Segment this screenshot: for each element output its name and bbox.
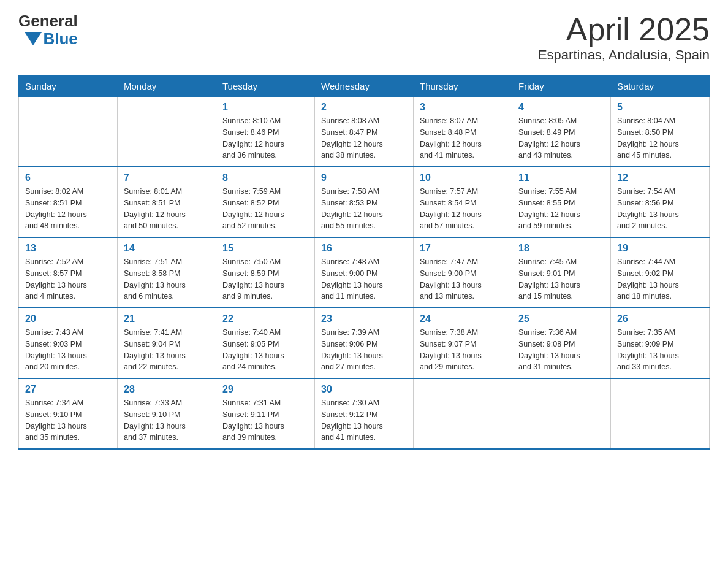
day-info: Sunrise: 7:30 AM Sunset: 9:12 PM Dayligh… — [321, 397, 407, 443]
calendar-cell: 20Sunrise: 7:43 AM Sunset: 9:03 PM Dayli… — [19, 308, 118, 378]
calendar-cell: 27Sunrise: 7:34 AM Sunset: 9:10 PM Dayli… — [19, 378, 118, 449]
calendar-cell: 30Sunrise: 7:30 AM Sunset: 9:12 PM Dayli… — [315, 378, 414, 449]
day-number: 16 — [321, 243, 407, 254]
header-thursday: Thursday — [414, 76, 512, 97]
day-info: Sunrise: 7:51 AM Sunset: 8:58 PM Dayligh… — [124, 256, 210, 302]
day-info: Sunrise: 8:04 AM Sunset: 8:50 PM Dayligh… — [617, 115, 703, 161]
day-info: Sunrise: 7:39 AM Sunset: 9:06 PM Dayligh… — [321, 327, 407, 373]
header-tuesday: Tuesday — [216, 76, 315, 97]
day-info: Sunrise: 8:01 AM Sunset: 8:51 PM Dayligh… — [124, 186, 210, 232]
day-number: 28 — [124, 384, 210, 395]
day-info: Sunrise: 7:45 AM Sunset: 9:01 PM Dayligh… — [518, 256, 604, 302]
page-title: April 2025 — [538, 12, 710, 47]
day-info: Sunrise: 7:36 AM Sunset: 9:08 PM Dayligh… — [518, 327, 604, 373]
day-number: 7 — [124, 172, 210, 183]
header-saturday: Saturday — [611, 76, 710, 97]
day-number: 21 — [124, 313, 210, 324]
calendar-week-row: 13Sunrise: 7:52 AM Sunset: 8:57 PM Dayli… — [19, 237, 710, 308]
header-monday: Monday — [118, 76, 216, 97]
calendar-cell: 17Sunrise: 7:47 AM Sunset: 9:00 PM Dayli… — [414, 237, 512, 308]
calendar-cell: 12Sunrise: 7:54 AM Sunset: 8:56 PM Dayli… — [611, 167, 710, 237]
calendar-cell: 1Sunrise: 8:10 AM Sunset: 8:46 PM Daylig… — [216, 97, 315, 167]
day-number: 20 — [25, 313, 111, 324]
day-number: 12 — [617, 172, 703, 183]
svg-marker-0 — [25, 32, 42, 45]
calendar-cell: 8Sunrise: 7:59 AM Sunset: 8:52 PM Daylig… — [216, 167, 315, 237]
calendar-cell: 2Sunrise: 8:08 AM Sunset: 8:47 PM Daylig… — [315, 97, 414, 167]
day-number: 30 — [321, 384, 407, 395]
day-info: Sunrise: 7:58 AM Sunset: 8:53 PM Dayligh… — [321, 186, 407, 232]
calendar-week-row: 27Sunrise: 7:34 AM Sunset: 9:10 PM Dayli… — [19, 378, 710, 449]
calendar-cell: 15Sunrise: 7:50 AM Sunset: 8:59 PM Dayli… — [216, 237, 315, 308]
day-number: 22 — [222, 313, 308, 324]
calendar-cell: 26Sunrise: 7:35 AM Sunset: 9:09 PM Dayli… — [611, 308, 710, 378]
calendar-cell: 7Sunrise: 8:01 AM Sunset: 8:51 PM Daylig… — [118, 167, 216, 237]
logo-icon — [25, 32, 42, 45]
calendar-header-row: SundayMondayTuesdayWednesdayThursdayFrid… — [19, 76, 710, 97]
day-number: 3 — [420, 102, 506, 113]
calendar-cell — [611, 378, 710, 449]
day-number: 5 — [617, 102, 703, 113]
calendar-week-row: 6Sunrise: 8:02 AM Sunset: 8:51 PM Daylig… — [19, 167, 710, 237]
day-info: Sunrise: 7:52 AM Sunset: 8:57 PM Dayligh… — [25, 256, 111, 302]
day-number: 8 — [222, 172, 308, 183]
day-number: 27 — [25, 384, 111, 395]
calendar-cell: 6Sunrise: 8:02 AM Sunset: 8:51 PM Daylig… — [19, 167, 118, 237]
day-info: Sunrise: 7:40 AM Sunset: 9:05 PM Dayligh… — [222, 327, 308, 373]
day-info: Sunrise: 8:08 AM Sunset: 8:47 PM Dayligh… — [321, 115, 407, 161]
logo-general: General — [18, 12, 78, 30]
day-info: Sunrise: 7:38 AM Sunset: 9:07 PM Dayligh… — [420, 327, 506, 373]
day-info: Sunrise: 7:50 AM Sunset: 8:59 PM Dayligh… — [222, 256, 308, 302]
calendar-cell: 16Sunrise: 7:48 AM Sunset: 9:00 PM Dayli… — [315, 237, 414, 308]
calendar-cell: 22Sunrise: 7:40 AM Sunset: 9:05 PM Dayli… — [216, 308, 315, 378]
calendar-week-row: 1Sunrise: 8:10 AM Sunset: 8:46 PM Daylig… — [19, 97, 710, 167]
page-header: General Blue April 2025 Espartinas, Anda… — [18, 12, 710, 63]
calendar-week-row: 20Sunrise: 7:43 AM Sunset: 9:03 PM Dayli… — [19, 308, 710, 378]
day-info: Sunrise: 7:33 AM Sunset: 9:10 PM Dayligh… — [124, 397, 210, 443]
day-number: 10 — [420, 172, 506, 183]
logo-blue: Blue — [43, 30, 77, 48]
day-number: 4 — [518, 102, 604, 113]
calendar-cell: 23Sunrise: 7:39 AM Sunset: 9:06 PM Dayli… — [315, 308, 414, 378]
calendar-cell — [512, 378, 611, 449]
title-block: April 2025 Espartinas, Andalusia, Spain — [538, 12, 710, 63]
day-info: Sunrise: 8:07 AM Sunset: 8:48 PM Dayligh… — [420, 115, 506, 161]
day-info: Sunrise: 7:35 AM Sunset: 9:09 PM Dayligh… — [617, 327, 703, 373]
calendar-cell — [19, 97, 118, 167]
header-sunday: Sunday — [19, 76, 118, 97]
day-number: 9 — [321, 172, 407, 183]
calendar-cell — [118, 97, 216, 167]
day-number: 29 — [222, 384, 308, 395]
logo: General Blue — [18, 12, 78, 47]
calendar-cell: 29Sunrise: 7:31 AM Sunset: 9:11 PM Dayli… — [216, 378, 315, 449]
calendar-cell: 10Sunrise: 7:57 AM Sunset: 8:54 PM Dayli… — [414, 167, 512, 237]
calendar-cell: 3Sunrise: 8:07 AM Sunset: 8:48 PM Daylig… — [414, 97, 512, 167]
calendar-cell: 13Sunrise: 7:52 AM Sunset: 8:57 PM Dayli… — [19, 237, 118, 308]
calendar-cell: 19Sunrise: 7:44 AM Sunset: 9:02 PM Dayli… — [611, 237, 710, 308]
header-wednesday: Wednesday — [315, 76, 414, 97]
day-number: 17 — [420, 243, 506, 254]
day-number: 15 — [222, 243, 308, 254]
calendar-cell: 25Sunrise: 7:36 AM Sunset: 9:08 PM Dayli… — [512, 308, 611, 378]
day-info: Sunrise: 7:44 AM Sunset: 9:02 PM Dayligh… — [617, 256, 703, 302]
day-info: Sunrise: 8:02 AM Sunset: 8:51 PM Dayligh… — [25, 186, 111, 232]
day-number: 11 — [518, 172, 604, 183]
day-info: Sunrise: 7:57 AM Sunset: 8:54 PM Dayligh… — [420, 186, 506, 232]
calendar-cell: 14Sunrise: 7:51 AM Sunset: 8:58 PM Dayli… — [118, 237, 216, 308]
day-number: 25 — [518, 313, 604, 324]
day-info: Sunrise: 7:41 AM Sunset: 9:04 PM Dayligh… — [124, 327, 210, 373]
day-info: Sunrise: 7:59 AM Sunset: 8:52 PM Dayligh… — [222, 186, 308, 232]
day-number: 23 — [321, 313, 407, 324]
header-friday: Friday — [512, 76, 611, 97]
calendar-cell: 5Sunrise: 8:04 AM Sunset: 8:50 PM Daylig… — [611, 97, 710, 167]
day-info: Sunrise: 7:31 AM Sunset: 9:11 PM Dayligh… — [222, 397, 308, 443]
day-number: 1 — [222, 102, 308, 113]
day-info: Sunrise: 7:54 AM Sunset: 8:56 PM Dayligh… — [617, 186, 703, 232]
calendar-cell: 4Sunrise: 8:05 AM Sunset: 8:49 PM Daylig… — [512, 97, 611, 167]
day-number: 18 — [518, 243, 604, 254]
day-number: 6 — [25, 172, 111, 183]
page-subtitle: Espartinas, Andalusia, Spain — [538, 47, 710, 63]
day-info: Sunrise: 7:47 AM Sunset: 9:00 PM Dayligh… — [420, 256, 506, 302]
calendar-cell: 18Sunrise: 7:45 AM Sunset: 9:01 PM Dayli… — [512, 237, 611, 308]
day-info: Sunrise: 7:34 AM Sunset: 9:10 PM Dayligh… — [25, 397, 111, 443]
